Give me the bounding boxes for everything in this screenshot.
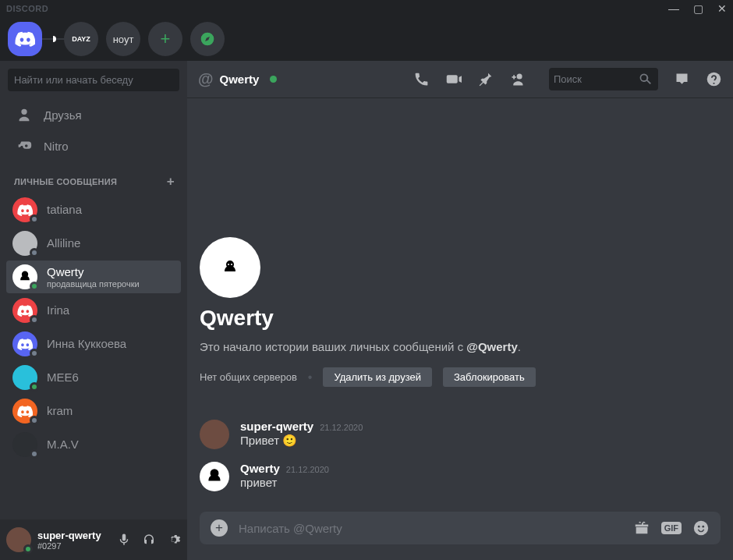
dm-avatar: [12, 432, 37, 457]
chat-input[interactable]: + Написать @Qwerty GIF: [200, 512, 721, 544]
dm-item[interactable]: Qwerty продавщица пятерочки: [6, 261, 181, 293]
message-text: Привет 🙂: [240, 434, 721, 448]
self-status-icon: [23, 544, 33, 554]
add-server-button[interactable]: +: [148, 22, 182, 56]
profile-avatar: [200, 237, 260, 298]
dm-name: Qwerty: [47, 265, 140, 278]
video-call-button[interactable]: [445, 71, 462, 87]
silhouette-icon: [221, 258, 239, 277]
svg-point-3: [694, 521, 708, 535]
profile-desc: Это начало истории ваших личных сообщени…: [200, 340, 721, 353]
profile-name: Qwerty: [200, 306, 721, 331]
dm-avatar: [12, 365, 37, 390]
inbox-button[interactable]: [674, 71, 690, 87]
nitro-tab[interactable]: Nitro: [6, 131, 181, 161]
settings-button[interactable]: [167, 533, 181, 547]
dm-name: tatiana: [47, 203, 82, 216]
message: Qwerty 21.12.2020 привет: [200, 457, 721, 499]
message-time: 21.12.2020: [320, 423, 363, 432]
close-button[interactable]: ✕: [717, 2, 727, 15]
message-author[interactable]: super-qwerty: [240, 420, 313, 433]
gif-button[interactable]: GIF: [661, 522, 682, 534]
remove-friend-button[interactable]: Удалить из друзей: [323, 367, 432, 387]
friends-tab[interactable]: Друзья: [6, 100, 181, 129]
add-friend-button[interactable]: [509, 71, 526, 87]
servers-bar: DAYZ ноут +: [0, 17, 733, 61]
chat-panel: @ Qwerty Поиск: [187, 61, 733, 560]
server-dayz[interactable]: DAYZ: [64, 22, 98, 56]
minimize-button[interactable]: —: [668, 2, 679, 15]
dm-name: Инна Куккоева: [47, 337, 126, 350]
self-info[interactable]: super-qwerty #0297: [37, 530, 111, 551]
discord-logo-icon: [17, 204, 33, 216]
message-author[interactable]: Qwerty: [240, 462, 280, 475]
app-logo: DISCORD: [6, 4, 48, 13]
titlebar: DISCORD — ▢ ✕: [0, 0, 733, 17]
friends-icon: [16, 106, 33, 123]
chat-title: Qwerty: [220, 73, 260, 86]
dm-search[interactable]: Найти или начать беседу: [8, 69, 179, 91]
self-avatar[interactable]: [6, 527, 31, 552]
dm-item[interactable]: Irina: [6, 294, 181, 327]
dm-list: tatiana Alliline Qwerty продавщица пятер…: [0, 193, 187, 519]
discord-logo-icon: [17, 406, 33, 417]
dm-name: kram: [47, 404, 73, 417]
status-icon: [30, 248, 39, 257]
status-icon: [30, 214, 39, 224]
maximize-button[interactable]: ▢: [693, 2, 703, 15]
mute-button[interactable]: [117, 533, 131, 547]
new-dm-button[interactable]: +: [167, 174, 175, 190]
nitro-icon: [16, 137, 33, 154]
search-icon: [637, 71, 653, 87]
pinned-button[interactable]: [477, 71, 494, 87]
block-button[interactable]: Заблокировать: [443, 367, 536, 387]
dm-item[interactable]: MEE6: [6, 361, 181, 394]
voice-call-button[interactable]: [413, 71, 430, 87]
explore-button[interactable]: [190, 22, 225, 56]
profile-actions: Нет общих серверов • Удалить из друзей З…: [200, 367, 721, 387]
emoji-button[interactable]: [692, 519, 710, 537]
gift-button[interactable]: [633, 519, 650, 537]
window-controls: — ▢ ✕: [668, 2, 727, 15]
dm-subtitle: продавщица пятерочки: [47, 279, 140, 289]
at-icon: @: [198, 70, 214, 88]
attach-button[interactable]: +: [211, 519, 228, 537]
dm-avatar: [12, 264, 37, 289]
message-avatar[interactable]: [200, 462, 229, 491]
help-button[interactable]: [706, 71, 722, 87]
no-mutual-label: Нет общих серверов: [200, 371, 297, 383]
message-time: 21.12.2020: [286, 465, 329, 474]
message-text: привет: [240, 476, 721, 489]
chat-body: Qwerty Это начало истории ваших личных с…: [187, 98, 733, 512]
chat-header: @ Qwerty Поиск: [187, 61, 733, 98]
status-icon: [30, 349, 39, 358]
dm-item[interactable]: tatiana: [6, 193, 181, 226]
silhouette-icon: [204, 466, 225, 487]
dm-name: M.A.V: [47, 438, 79, 451]
deafen-button[interactable]: [142, 533, 156, 547]
message: super-qwerty 21.12.2020 Привет 🙂: [200, 415, 721, 457]
message-avatar[interactable]: [200, 420, 229, 449]
discord-logo-icon: [17, 305, 33, 317]
dm-avatar: [12, 197, 37, 222]
dm-avatar: [12, 331, 37, 356]
dm-item[interactable]: Alliline: [6, 227, 181, 260]
status-icon: [30, 315, 39, 324]
svg-point-1: [228, 264, 229, 265]
dm-item[interactable]: M.A.V: [6, 428, 181, 461]
server-nout[interactable]: ноут: [106, 22, 140, 56]
dm-section-header: ЛИЧНЫЕ СООБЩЕНИЯ +: [0, 161, 187, 193]
dm-name: Alliline: [47, 236, 80, 250]
discord-logo-icon: [17, 338, 33, 350]
svg-point-5: [702, 526, 704, 528]
dm-item[interactable]: Инна Куккоева: [6, 328, 181, 360]
dm-item[interactable]: kram: [6, 395, 181, 427]
status-icon: [30, 449, 39, 459]
user-panel: super-qwerty #0297: [0, 519, 187, 560]
home-button[interactable]: [8, 22, 42, 56]
server-pill: [53, 36, 56, 42]
status-icon: [30, 382, 39, 392]
status-icon: [30, 416, 39, 425]
dm-sidebar: Найти или начать беседу Друзья Nitro ЛИЧ…: [0, 61, 187, 560]
header-search[interactable]: Поиск: [549, 68, 658, 90]
